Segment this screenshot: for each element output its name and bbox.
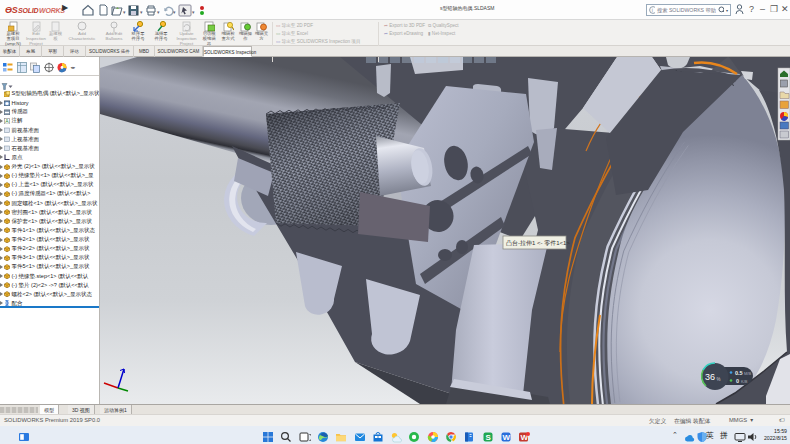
svg-text:i: i bbox=[652, 7, 653, 13]
svg-text:▾: ▾ bbox=[157, 9, 160, 15]
svg-text:凸台-拉伸1 <- 零件1<1>: 凸台-拉伸1 <- 零件1<1> bbox=[506, 240, 570, 247]
svg-text:K/B: K/B bbox=[741, 379, 748, 384]
svg-text:0: 0 bbox=[736, 378, 739, 384]
svg-text:▾: ▾ bbox=[192, 9, 195, 15]
svg-text:0.5: 0.5 bbox=[735, 370, 743, 376]
svg-text:%: % bbox=[717, 377, 721, 382]
svg-text:W: W bbox=[503, 433, 511, 442]
svg-text:ƟS: ƟS bbox=[5, 5, 18, 15]
svg-text:▾: ▾ bbox=[173, 9, 176, 15]
svg-text:▾: ▾ bbox=[123, 9, 126, 15]
svg-text:36: 36 bbox=[705, 372, 715, 382]
svg-text:S: S bbox=[485, 433, 491, 442]
svg-text:▾: ▾ bbox=[140, 9, 143, 15]
svg-text:M/B: M/B bbox=[744, 371, 751, 376]
svg-text:SOLID: SOLID bbox=[18, 7, 39, 14]
